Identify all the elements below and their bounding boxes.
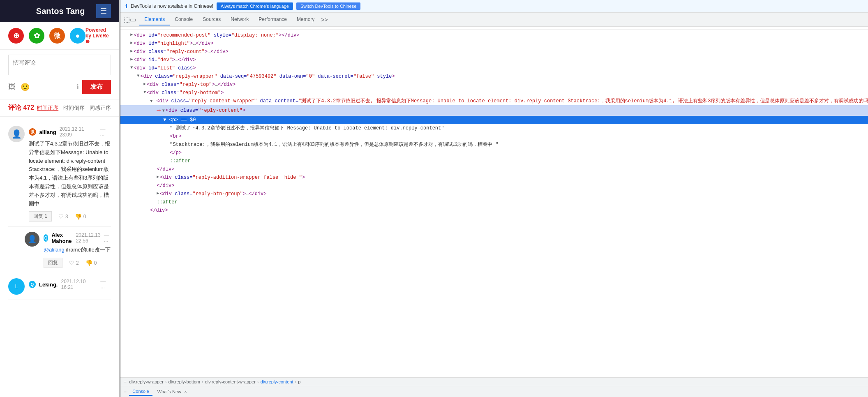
hamburger-button[interactable]: ☰ bbox=[96, 4, 111, 18]
dom-line-reply-content[interactable]: → <div class="reply-content" > bbox=[120, 105, 868, 116]
dom-line[interactable]: <div class="reply-bottom" > bbox=[120, 89, 868, 97]
dom-content[interactable]: <div id="recommended-post" style="displa… bbox=[120, 30, 868, 377]
comment-options[interactable]: — ··· bbox=[100, 278, 111, 291]
dom-line[interactable]: <div class="reply-content-wrapper" data-… bbox=[120, 97, 868, 105]
dom-line[interactable]: <div id="recommended-post" style="displa… bbox=[120, 31, 868, 39]
dots-icon[interactable]: ··· bbox=[124, 389, 127, 394]
sort-time-asc[interactable]: 时间正序 bbox=[37, 104, 58, 112]
wechat-icon[interactable]: ✿ bbox=[29, 28, 44, 44]
list-item: 👤 微 alilang 2021.12.11 23:09 — ··· 测试了下4… bbox=[8, 121, 111, 227]
image-icon[interactable]: 🖼 bbox=[8, 83, 16, 92]
dom-line[interactable]: <div id="highlight" >…</div> bbox=[120, 39, 868, 48]
triangle-icon bbox=[143, 81, 146, 87]
tab-memory[interactable]: Memory bbox=[292, 14, 319, 25]
dom-line[interactable]: </div> bbox=[120, 206, 868, 215]
breadcrumb-item[interactable]: div.reply-content-wrapper bbox=[205, 379, 256, 384]
comment-count: 评论 472 bbox=[8, 104, 34, 112]
dom-line[interactable]: ::after bbox=[120, 198, 868, 206]
switch-chinese-button[interactable]: Switch DevTools to Chinese bbox=[296, 2, 360, 10]
triangle-icon bbox=[157, 190, 159, 196]
comment-textarea[interactable] bbox=[8, 55, 111, 75]
comment-text: @alilang iframe的title改一下 bbox=[44, 246, 111, 254]
comment-time: 2021.12.11 23:09 bbox=[60, 126, 97, 138]
devtools-panel: ℹ DevTools is now available in Chinese! … bbox=[120, 0, 868, 397]
triangle-icon bbox=[130, 32, 133, 38]
left-panel: Santos Tang ☰ ⊕ ✿ 微 ● Powered by LiveRe … bbox=[0, 0, 120, 397]
weibo-icon[interactable]: 微 bbox=[49, 28, 65, 44]
more-tabs-icon[interactable]: >> bbox=[319, 14, 329, 25]
whats-new-tab[interactable]: What's New × bbox=[154, 388, 190, 395]
reply-button[interactable]: 回复 1 bbox=[29, 211, 52, 222]
comment-meta: Q Alex Mahone 2021.12.13 22:56 — ··· bbox=[44, 232, 111, 244]
comment-meta: 微 alilang 2021.12.11 23:09 — ··· bbox=[29, 126, 111, 138]
dom-breadcrumb: ··· div.reply-wrapper › div.reply-bottom… bbox=[120, 377, 868, 386]
dom-line[interactable]: "Stacktrace:，我采用的selenium版本为4.1，语法上有些和3序… bbox=[120, 141, 868, 149]
dom-line[interactable]: <div class="reply-count" >…</div> bbox=[120, 48, 868, 56]
comment-meta: Q Leking. 2021.12.10 16:21 — ··· bbox=[29, 278, 111, 291]
tab-network[interactable]: Network bbox=[226, 14, 254, 25]
dislike-count: 👎0 bbox=[85, 260, 97, 266]
dom-line[interactable]: <div class="reply-btn-group" >…</div> bbox=[120, 190, 868, 198]
triangle-icon bbox=[137, 73, 139, 79]
sort-options: 时间正序 时间倒序 同感正序 bbox=[37, 104, 111, 112]
triangle-icon bbox=[130, 48, 133, 54]
device-icon[interactable]: ▭ bbox=[130, 16, 136, 23]
comment-footer: 回复 1 ♡3 👎0 bbox=[29, 211, 111, 222]
comment-options[interactable]: — ··· bbox=[100, 126, 111, 138]
emoji-icon[interactable]: 🙂 bbox=[21, 83, 30, 92]
breadcrumb-item[interactable]: p bbox=[298, 379, 300, 384]
list-item: L Q Leking. 2021.12.10 16:21 — ··· bbox=[8, 273, 111, 300]
publish-button[interactable]: 发布 bbox=[82, 80, 111, 94]
comment-input-area: 🖼 🙂 ℹ 发布 bbox=[0, 50, 119, 99]
social-icons: ⊕ ✿ 微 ● bbox=[8, 28, 85, 44]
breadcrumb-item[interactable]: div.reply-content bbox=[261, 379, 293, 384]
dots-icon[interactable]: ··· bbox=[124, 379, 127, 384]
dom-line[interactable]: <div id="dev" >…</div> bbox=[120, 56, 868, 64]
dom-line[interactable]: <div class="reply-addition-wrapper false… bbox=[120, 173, 868, 182]
comment-options[interactable]: — ··· bbox=[104, 232, 111, 244]
commenter-name: alilang bbox=[39, 129, 56, 135]
platform-icon-qq: Q bbox=[44, 234, 48, 242]
dom-line[interactable]: ▼ <p> == $0 bbox=[120, 116, 868, 124]
weixin-icon[interactable]: ⊕ bbox=[8, 28, 24, 44]
sort-time-desc[interactable]: 时间倒序 bbox=[63, 104, 85, 112]
devtools-body: <div id="recommended-post" style="displa… bbox=[120, 27, 868, 397]
inspect-icon[interactable]: ⬚ bbox=[124, 16, 130, 23]
tab-sources[interactable]: Sources bbox=[198, 14, 226, 25]
close-tab-icon[interactable]: × bbox=[184, 389, 187, 394]
comment-body: Q Leking. 2021.12.10 16:21 — ··· bbox=[29, 278, 111, 295]
breadcrumb-item[interactable]: div.reply-bottom bbox=[169, 379, 200, 384]
comment-actions: 🖼 🙂 ℹ 发布 bbox=[8, 80, 111, 94]
avatar: 👤 bbox=[25, 232, 39, 247]
avatar: L bbox=[8, 278, 25, 295]
triangle-icon bbox=[143, 89, 146, 95]
breadcrumb-item[interactable]: div.reply-wrapper bbox=[129, 379, 164, 384]
info-icon[interactable]: ℹ bbox=[76, 83, 79, 91]
dom-line[interactable]: <br> bbox=[120, 132, 868, 141]
reply-button[interactable]: 回复 bbox=[44, 258, 62, 268]
social-bar: ⊕ ✿ 微 ● Powered by LiveRe ⊕ bbox=[0, 22, 119, 50]
dom-line[interactable]: " 测试了下4.3.2章节依旧过不去，报异常信息如下 Message: Unab… bbox=[120, 124, 868, 132]
powered-by: Powered by LiveRe ⊕ bbox=[85, 27, 111, 44]
like-count: ♡3 bbox=[58, 213, 68, 220]
triangle-icon bbox=[130, 56, 133, 62]
notification-text: DevTools is now available in Chinese! bbox=[131, 3, 213, 9]
console-tab[interactable]: Console bbox=[129, 388, 152, 396]
commenter-name: Leking. bbox=[39, 282, 58, 288]
right-actions: ℹ 发布 bbox=[76, 80, 111, 94]
dom-line[interactable]: </p> bbox=[120, 149, 868, 157]
dom-line[interactable]: ::after bbox=[120, 157, 868, 165]
dom-line[interactable]: </div> bbox=[120, 182, 868, 190]
sort-empathy[interactable]: 同感正序 bbox=[90, 104, 111, 112]
comment-header: 评论 472 时间正序 时间倒序 同感正序 bbox=[0, 99, 119, 117]
platform-icon-qq2: Q bbox=[29, 281, 36, 288]
dom-line[interactable]: </div> bbox=[120, 165, 868, 173]
tab-console[interactable]: Console bbox=[170, 14, 198, 25]
dom-line[interactable]: <div class="reply-top" >…</div> bbox=[120, 81, 868, 89]
tab-elements[interactable]: Elements bbox=[139, 14, 170, 25]
match-language-button[interactable]: Always match Chrome's language bbox=[217, 2, 293, 10]
qq-icon[interactable]: ● bbox=[70, 28, 85, 44]
dom-line[interactable]: <div id="list" class > bbox=[120, 64, 868, 72]
tab-performance[interactable]: Performance bbox=[254, 14, 292, 25]
dom-line[interactable]: <div class="reply-wrapper" data-seq="475… bbox=[120, 72, 868, 81]
